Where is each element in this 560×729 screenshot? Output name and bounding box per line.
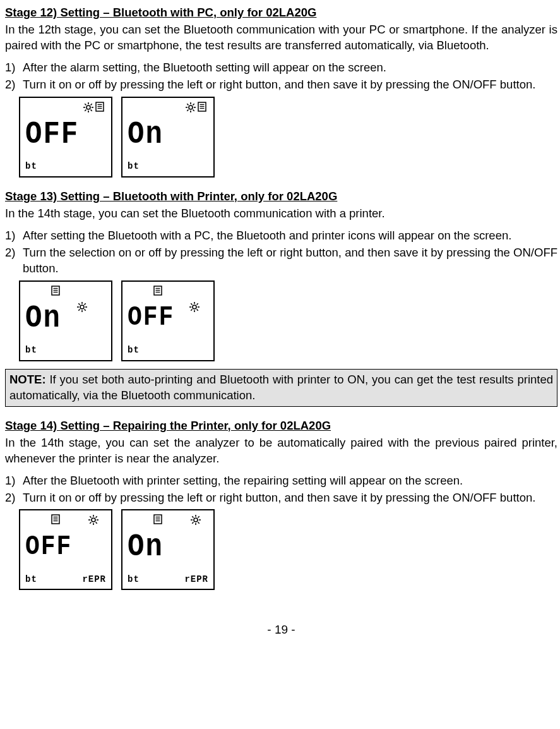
step-number: 2) [5,245,23,261]
step-number: 1) [5,473,23,489]
stage-13-intro: In the 14th stage, you can set the Bluet… [5,206,557,222]
stage-14-steps: 1)After the Bluetooth with printer setti… [5,473,557,506]
stage-13-lcd-row: On bt OFF bt [19,280,557,361]
list-item: 2)Turn the selection on or off by pressi… [5,245,557,277]
note-box: NOTE: If you set both auto-printing and … [5,369,557,407]
step-text: After the alarm setting, the Bluetooth s… [23,60,557,76]
step-text: After the Bluetooth with printer setting… [23,473,557,489]
step-text: Turn the selection on or off by pressing… [23,245,557,277]
step-number: 1) [5,60,23,76]
step-text: After setting the Bluetooth with a PC, t… [23,228,557,244]
lcd-repr-label: rEPR [82,574,106,586]
lcd-main-value: OFF [25,118,79,150]
lcd-bt-label: bt [25,344,37,356]
lcd-bt-label: bt [128,574,140,586]
lcd-bt-label: bt [128,344,140,356]
step-number: 2) [5,77,23,93]
document-icon [197,102,207,112]
note-label: NOTE: [9,373,46,386]
step-number: 2) [5,490,23,506]
stage-14-intro: In the 14th stage, you can set the analy… [5,435,557,467]
lcd-screen: OFF bt [19,97,112,178]
lcd-repr-label: rEPR [184,574,208,586]
stage-12-lcd-row: OFF bt On bt [19,97,557,178]
stage-12: Stage 12) Setting – Bluetooth with PC, o… [5,5,557,178]
lcd-screen: On bt [19,280,112,361]
gear-icon [88,515,98,525]
lcd-screen: On bt [121,97,215,178]
lcd-screen: OFF btrEPR [19,509,112,590]
stage-14: Stage 14) Setting – Repairing the Printe… [5,418,557,591]
list-item: 1)After the Bluetooth with printer setti… [5,473,557,489]
lcd-main-value: On [25,301,61,334]
step-text: Turn it on or off by pressing the left o… [23,490,557,506]
list-item: 2)Turn it on or off by pressing the left… [5,77,557,93]
lcd-main-value: OFF [25,533,72,561]
stage-13-steps: 1)After setting the Bluetooth with a PC,… [5,228,557,277]
list-item: 2)Turn it on or off by pressing the left… [5,490,557,506]
page-number: - 19 - [5,622,557,638]
document-icon [95,102,105,112]
lcd-main-value: OFF [128,304,174,332]
lcd-screen: On btrEPR [121,509,215,590]
stage-12-intro: In the 12th stage, you can set the Bluet… [5,22,557,54]
step-number: 1) [5,228,23,244]
document-icon [51,286,61,296]
lcd-main-value: On [128,531,164,563]
lcd-bt-label: bt [25,160,37,172]
list-item: 1)After the alarm setting, the Bluetooth… [5,60,557,76]
list-item: 1)After setting the Bluetooth with a PC,… [5,228,557,244]
stage-13-heading: Stage 13) Setting – Bluetooth with Print… [5,189,557,205]
gear-icon [186,102,196,112]
gear-icon [191,515,201,525]
stage-14-lcd-row: OFF btrEPR On btrEPR [19,509,557,590]
step-text: Turn it on or off by pressing the left o… [23,77,557,93]
lcd-bt-label: bt [128,160,140,172]
lcd-bt-label: bt [25,574,37,586]
stage-13: Stage 13) Setting – Bluetooth with Print… [5,189,557,407]
document-icon [153,514,163,524]
note-text: If you set both auto-printing and Blueto… [9,373,553,402]
document-icon [153,286,163,296]
gear-icon [83,102,93,112]
lcd-main-value: On [128,118,164,150]
stage-12-steps: 1)After the alarm setting, the Bluetooth… [5,60,557,93]
lcd-screen: OFF bt [121,280,215,361]
stage-14-heading: Stage 14) Setting – Repairing the Printe… [5,418,557,434]
document-icon [51,514,61,524]
stage-12-heading: Stage 12) Setting – Bluetooth with PC, o… [5,5,557,21]
